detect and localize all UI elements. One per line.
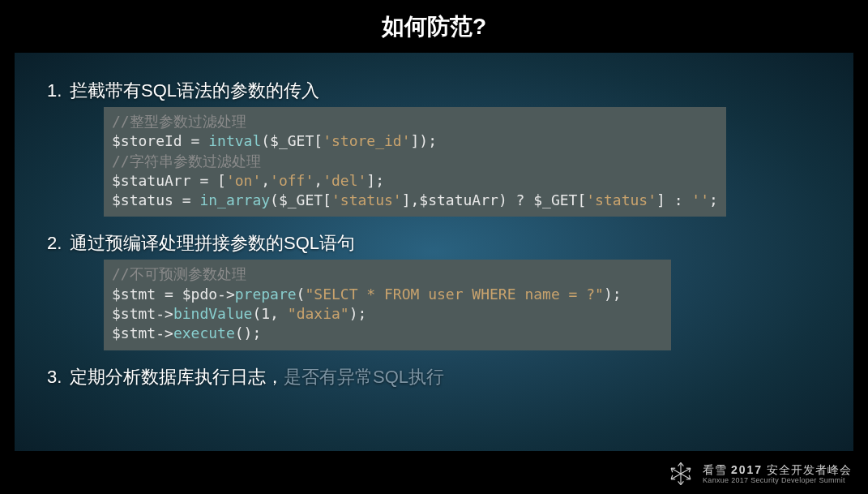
content-area: 1.拦截带有SQL语法的参数的传入 //整型参数过滤处理 $storeId = … [15, 53, 853, 390]
code-block-2: //不可预测参数处理 $stmt = $pdo->prepare("SELCT … [104, 260, 671, 350]
footer-brand: 看雪 [703, 463, 727, 476]
item-3: 3.定期分析数据库执行日志，是否有异常SQL执行 [47, 363, 821, 390]
footer-sub: Kanxue 2017 Security Developer Summit [703, 476, 852, 484]
title-text: 如何防范? [382, 11, 486, 42]
item-1: 1.拦截带有SQL语法的参数的传入 //整型参数过滤处理 $storeId = … [47, 77, 821, 225]
item-3-tail: 是否有异常SQL执行 [284, 367, 444, 387]
code-block-1: //整型参数过滤处理 $storeId = intval($_GET['stor… [104, 107, 726, 217]
item-1-text: 拦截带有SQL语法的参数的传入 [70, 80, 319, 101]
footer: 看雪 2017 安全开发者峰会 Kanxue 2017 Security Dev… [667, 460, 852, 488]
item-2-text: 通过预编译处理拼接参数的SQL语句 [70, 233, 355, 253]
slide-title: 如何防范? [0, 0, 868, 53]
item-1-heading: 1.拦截带有SQL语法的参数的传入 [47, 77, 821, 104]
item-2-number: 2. [47, 230, 70, 256]
slide-body: 1.拦截带有SQL语法的参数的传入 //整型参数过滤处理 $storeId = … [15, 53, 853, 451]
item-3-number: 3. [47, 363, 70, 390]
item-3-text: 定期分析数据库执行日志， [70, 367, 284, 387]
item-3-heading: 3.定期分析数据库执行日志，是否有异常SQL执行 [47, 363, 821, 390]
footer-text: 看雪 2017 安全开发者峰会 Kanxue 2017 Security Dev… [703, 463, 852, 484]
footer-main: 看雪 2017 安全开发者峰会 [703, 463, 852, 476]
footer-year: 2017 [731, 463, 763, 476]
footer-cn: 安全开发者峰会 [767, 463, 852, 476]
item-2: 2.通过预编译处理拼接参数的SQL语句 //不可预测参数处理 $stmt = $… [47, 230, 821, 358]
item-1-number: 1. [47, 77, 70, 104]
snowflake-icon [667, 460, 695, 488]
item-2-heading: 2.通过预编译处理拼接参数的SQL语句 [47, 230, 821, 256]
